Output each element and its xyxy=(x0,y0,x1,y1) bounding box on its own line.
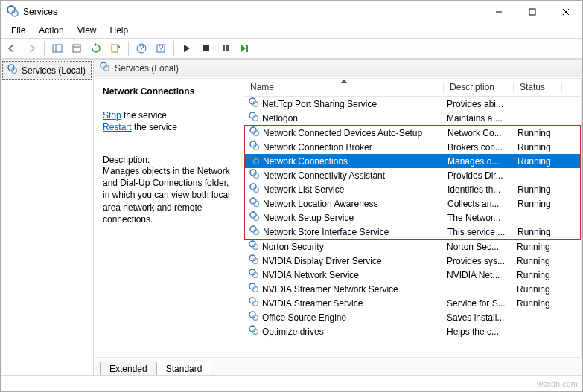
table-row[interactable]: Optimize drives Helps the c... xyxy=(244,324,581,338)
help-button[interactable]: ? xyxy=(133,40,150,57)
restart-service-button[interactable] xyxy=(237,40,253,57)
cell-name: Network Location Awareness xyxy=(245,197,445,210)
restart-link[interactable]: Restart xyxy=(103,122,132,132)
table-row[interactable]: NVIDIA Streamer Service Service for S...… xyxy=(244,296,581,310)
cell-description: Manages o... xyxy=(445,156,514,167)
cell-description: Maintains a ... xyxy=(444,113,514,123)
cell-description: Brokers con... xyxy=(445,142,514,152)
properties-button[interactable] xyxy=(69,40,85,57)
cell-status: Running xyxy=(514,270,562,280)
service-icon xyxy=(249,97,259,110)
table-row[interactable]: NVIDIA Display Driver Service Provides s… xyxy=(244,254,581,268)
menu-action[interactable]: Action xyxy=(33,24,69,37)
table-row[interactable]: NVIDIA Streamer Network Service Running xyxy=(244,282,581,296)
toolbar-separator xyxy=(44,41,45,56)
svg-rect-6 xyxy=(53,45,62,52)
window-controls xyxy=(482,1,582,23)
table-row[interactable]: Network Connected Devices Auto-Setup Net… xyxy=(245,126,580,140)
tab-extended[interactable]: Extended xyxy=(100,362,157,375)
table-row[interactable]: Net.Tcp Port Sharing Service Provides ab… xyxy=(244,97,581,111)
gear-icon xyxy=(7,64,18,77)
back-button[interactable] xyxy=(4,40,20,57)
cell-status: Running xyxy=(514,242,562,252)
start-service-button[interactable] xyxy=(179,40,195,57)
service-icon xyxy=(249,112,259,124)
selected-service-name: Network Connections xyxy=(103,86,237,97)
service-rows[interactable]: Net.Tcp Port Sharing Service Provides ab… xyxy=(244,97,581,357)
right-pane-title: Services (Local) xyxy=(115,63,179,74)
sort-ascending-icon xyxy=(341,80,347,83)
cell-name: Norton Security xyxy=(244,240,444,253)
maximize-button[interactable] xyxy=(515,1,549,23)
svg-rect-3 xyxy=(529,9,535,15)
cell-status: Running xyxy=(514,184,563,195)
show-hide-tree-button[interactable] xyxy=(49,40,66,57)
content: Services (Local) Services (Local) Networ… xyxy=(1,59,582,375)
cell-description: Provides abi... xyxy=(444,99,514,109)
menubar: File Action View Help xyxy=(1,23,582,38)
toolbar-separator xyxy=(128,41,129,56)
stop-link[interactable]: Stop xyxy=(103,110,121,121)
menu-file[interactable]: File xyxy=(5,24,31,37)
table-row[interactable]: Office Source Engine Saves install... xyxy=(244,310,581,324)
cell-name: Office Source Engine xyxy=(244,311,444,324)
service-icon xyxy=(249,183,260,196)
cell-status: Running xyxy=(514,284,562,295)
service-icon xyxy=(249,169,260,181)
menu-view[interactable]: View xyxy=(71,24,103,37)
table-row[interactable]: Network Store Interface Service This ser… xyxy=(245,225,580,239)
cell-status: Running xyxy=(514,256,562,266)
stop-service-button[interactable] xyxy=(198,40,214,57)
table-row[interactable]: Netlogon Maintains a ... xyxy=(244,111,581,125)
info-pane: Network Connections Stop the service Res… xyxy=(95,79,244,357)
tree-item-services-local[interactable]: Services (Local) xyxy=(2,61,92,80)
svg-rect-17 xyxy=(226,45,229,51)
cell-description: Helps the c... xyxy=(444,327,514,337)
cell-name: NVIDIA Network Service xyxy=(244,269,444,281)
service-icon xyxy=(249,269,259,281)
minimize-button[interactable] xyxy=(482,1,515,23)
service-icon xyxy=(249,225,260,238)
svg-text:?: ? xyxy=(139,43,144,54)
table-row[interactable]: Norton Security Norton Sec... Running xyxy=(244,240,581,254)
service-icon xyxy=(249,141,260,153)
cell-name: Network Connection Broker xyxy=(245,141,445,153)
cell-description: NVIDIA Net... xyxy=(444,270,514,280)
svg-rect-10 xyxy=(112,45,118,52)
pause-service-button[interactable] xyxy=(217,40,234,57)
cell-status: Running xyxy=(514,128,563,138)
table-row[interactable]: Network Setup Service The Networ... xyxy=(245,211,580,225)
column-description[interactable]: Description xyxy=(444,79,514,96)
column-name[interactable]: Name xyxy=(244,79,444,96)
titlebar: Services xyxy=(1,1,582,23)
cell-description: Identifies th... xyxy=(445,184,514,195)
table-row[interactable]: Network Location Awareness Collects an..… xyxy=(245,196,580,211)
export-button[interactable] xyxy=(107,40,124,57)
forward-button[interactable] xyxy=(23,40,39,57)
table-row[interactable]: Network Connectivity Assistant Provides … xyxy=(245,168,580,182)
cell-description: Provides sys... xyxy=(444,256,514,266)
toolbar: ? ? xyxy=(1,38,582,59)
service-icon xyxy=(249,297,259,309)
service-icon xyxy=(249,325,259,338)
menu-help[interactable]: Help xyxy=(104,24,135,37)
table-row[interactable]: Network List Service Identifies th... Ru… xyxy=(245,182,580,196)
description-label: Description: xyxy=(103,155,237,165)
cell-description: The Networ... xyxy=(445,213,514,223)
service-icon xyxy=(249,155,260,167)
cell-name: Network Connectivity Assistant xyxy=(245,169,445,181)
tab-standard[interactable]: Standard xyxy=(156,362,212,375)
app-icon xyxy=(7,5,19,19)
view-tabs: Extended Standard xyxy=(94,359,582,375)
table-row[interactable]: Network Connections Manages o... Running xyxy=(245,154,580,168)
statusbar xyxy=(1,375,582,391)
table-row[interactable]: Network Connection Broker Brokers con...… xyxy=(245,140,580,154)
table-row[interactable]: NVIDIA Network Service NVIDIA Net... Run… xyxy=(244,268,581,282)
help2-button[interactable]: ? xyxy=(153,40,169,57)
refresh-button[interactable] xyxy=(88,40,104,57)
cell-description: Provides Dir... xyxy=(445,170,514,181)
service-list: Name Description Status Net.Tcp Port Sha… xyxy=(244,79,581,357)
column-status[interactable]: Status xyxy=(514,79,562,96)
cell-name: Network List Service xyxy=(245,183,445,196)
close-button[interactable] xyxy=(549,1,582,23)
